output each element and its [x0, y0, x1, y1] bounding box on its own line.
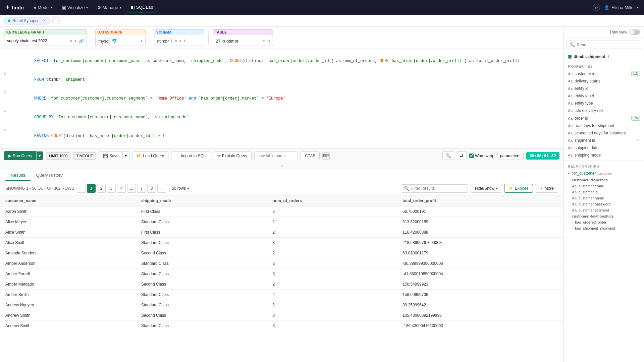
word-wrap-checkbox[interactable]: [469, 154, 474, 158]
nav-model[interactable]: ● Model ▾: [30, 3, 57, 12]
import-to-sql-button[interactable]: → Import to SQL: [171, 152, 210, 160]
db-icon: 🐬: [112, 39, 117, 44]
tab-close-icon[interactable]: ✕: [43, 18, 46, 23]
swap-button[interactable]: ⇄: [457, 152, 467, 160]
prev-page-button[interactable]: ‹: [77, 184, 86, 193]
chevron-down-icon: ▾: [568, 171, 570, 176]
chevron-down-icon[interactable]: ▾: [179, 39, 181, 43]
explore-button[interactable]: ⚡ Explore: [504, 184, 533, 193]
more-button[interactable]: ⋮ More: [535, 184, 558, 193]
rows-per-page-select[interactable]: 50 rows ▾: [169, 185, 192, 192]
rel-for-customer[interactable]: ▾ for_customer customer: [564, 170, 644, 177]
prop-entity-id[interactable]: Aa entity id: [564, 85, 644, 92]
prop-shipping-mode[interactable]: Aa shipping mode: [564, 152, 644, 159]
table-name-input[interactable]: [254, 152, 298, 160]
results-table: customer_name shipping_mode num_of_order…: [0, 196, 564, 331]
run-query-split-button[interactable]: ▶ Run Query ▾: [4, 151, 43, 160]
sql-editor[interactable]: 1 SELECT `for_customer[customer].custome…: [0, 49, 564, 148]
table-cell: -41.850010850000004: [397, 269, 564, 279]
prop-customer-segment[interactable]: Aa customer segment: [564, 207, 644, 213]
page-8-button[interactable]: 8: [147, 184, 156, 193]
parameters-button[interactable]: parameters: [497, 152, 524, 160]
table-input[interactable]: 27 in dtimbr ▾ ↻: [213, 36, 273, 46]
prop-customer-id-nested[interactable]: Aa customer id: [564, 189, 644, 195]
results-controls: SHOWING 1 - 50 OUT OF 362 ROWS ‹ 1 2 3 4…: [0, 181, 564, 196]
chevron-down-icon[interactable]: ▾: [141, 39, 143, 43]
raw-view-switch[interactable]: [629, 29, 640, 35]
page-2-button[interactable]: 2: [97, 184, 106, 193]
load-query-button[interactable]: 📂 Load Query: [132, 152, 168, 160]
page-1-button[interactable]: 1: [87, 184, 96, 193]
explain-query-button[interactable]: ✏ Explain Query: [213, 152, 252, 160]
nav-manage[interactable]: ⚙ Manage ▾: [93, 3, 125, 12]
page-3-button[interactable]: 3: [107, 184, 116, 193]
results-tabs: Results Query History: [0, 169, 564, 181]
datasource-value: mysql: [98, 39, 110, 44]
prop-customer-password[interactable]: Aa customer password: [564, 201, 644, 207]
chevron-down-icon[interactable]: ▾: [263, 39, 265, 43]
keyboard-icon[interactable]: ⌨: [322, 152, 330, 160]
save-dropdown[interactable]: ▾: [122, 151, 129, 160]
table-cell: Andrew Smith: [0, 310, 136, 321]
rel-has-ordered[interactable]: › has_ordered order: [564, 219, 644, 225]
prop-customer-id[interactable]: Aa customer id 1:N: [564, 70, 644, 77]
tab-results[interactable]: Results: [5, 170, 31, 181]
table-cell: 3: [267, 321, 397, 331]
prop-customer-name[interactable]: Aa customer name: [564, 195, 644, 201]
tab-query-history[interactable]: Query History: [31, 170, 68, 181]
prop-shipping-date[interactable]: Aa shipping date: [564, 144, 644, 152]
refresh-icon[interactable]: ↻: [183, 39, 186, 43]
search-button[interactable]: 🔍: [442, 152, 454, 160]
page-7-button[interactable]: 7: [137, 184, 146, 193]
table-icon: ▣: [568, 54, 572, 59]
run-query-button[interactable]: ▶ Run Query: [4, 151, 36, 160]
filter-text-input[interactable]: [411, 186, 465, 191]
prop-entity-label[interactable]: Aa entity label: [564, 92, 644, 100]
page-4-button[interactable]: 4: [117, 184, 126, 193]
save-main-button[interactable]: 💾 Save: [99, 151, 122, 160]
nav-visualize[interactable]: ▣ Visualize ▾: [58, 3, 92, 12]
prop-real-days[interactable]: Aa real days for shipment: [564, 122, 644, 129]
clear-icon[interactable]: ✕: [174, 39, 177, 43]
active-tab[interactable]: Retail Synapse ✕: [4, 17, 50, 24]
help-button[interactable]: ? ▾: [593, 4, 600, 11]
refresh-icon[interactable]: ↻: [267, 39, 270, 43]
info-icon[interactable]: ℹ: [607, 55, 609, 59]
add-tab-button[interactable]: +: [52, 17, 60, 24]
kg-input[interactable]: ✕ ▾ 🔗: [4, 36, 87, 46]
table-cell: 66.75000191: [397, 206, 564, 217]
table-cell: Amber Smith: [0, 290, 136, 300]
next-page-button[interactable]: ›: [157, 184, 166, 193]
prop-order-id[interactable]: Aa order id 1:N: [564, 114, 644, 122]
save-button[interactable]: 💾 Save ▾: [99, 151, 129, 160]
table-cell: Standard Class: [136, 217, 267, 227]
clear-icon[interactable]: ✕: [69, 39, 72, 43]
chevron-down-icon[interactable]: ▾: [74, 39, 76, 43]
prop-late-delivery[interactable]: Aa late delivery risk: [564, 107, 644, 114]
limit-button[interactable]: LIMIT 1000: [46, 152, 70, 160]
schema-input[interactable]: dtimbr ℹ ✕ ▾ ↻: [154, 36, 204, 46]
collapse-handle[interactable]: ▾: [0, 163, 564, 169]
info-icon[interactable]: ℹ: [171, 39, 172, 43]
prop-delivery-status[interactable]: Aa delivery status: [564, 77, 644, 85]
prop-shipment-id[interactable]: Aa shipment id ✎: [564, 137, 644, 144]
panel-search-input[interactable]: [577, 43, 638, 47]
nav-sql-lab[interactable]: ◧ SQL Lab: [127, 3, 157, 12]
timeout-button[interactable]: TIMEOUT: [73, 152, 96, 160]
table-body: Aaron SmithFirst Class266.75000191Alice …: [0, 206, 564, 331]
prop-customer-email[interactable]: Aa customer email: [564, 183, 644, 189]
hide-show-button[interactable]: Hide/Show ▾: [471, 184, 502, 193]
ctas-button[interactable]: CTAS: [301, 152, 320, 160]
panel-search-box[interactable]: 🔍: [567, 41, 641, 49]
user-menu[interactable]: 👤 Elisha Miller ▾: [604, 5, 639, 10]
filter-results-input[interactable]: 🔍: [401, 184, 468, 193]
prop-entity-type[interactable]: Aa entity type: [564, 100, 644, 107]
edit-icon[interactable]: ✎: [637, 138, 640, 143]
table-cell: Standard Class: [136, 290, 267, 300]
rel-has-shipment[interactable]: › has_shipment shipment: [564, 225, 644, 231]
datasource-input[interactable]: mysql 🐬 ▾: [95, 36, 146, 46]
run-query-dropdown[interactable]: ▾: [36, 151, 43, 160]
kg-text-input[interactable]: [7, 39, 67, 43]
prop-scheduled-days[interactable]: Aa scheduled days for shipment: [564, 129, 644, 137]
table-cell: -36.389999380000006: [397, 258, 564, 269]
